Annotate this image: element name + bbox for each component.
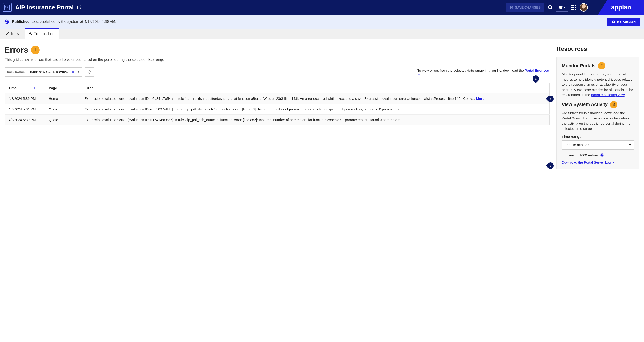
annotation-badge-1: 1 — [31, 46, 40, 54]
errors-table: Time ↓ Page Error 4/8/2024 5:39 PMHomeEx… — [4, 83, 550, 125]
tab-row: Build Troubleshoot — [0, 29, 644, 39]
brand-logo: appian — [598, 0, 644, 15]
app-title: AIP Insurance Portal — [15, 4, 74, 11]
table-row[interactable]: 4/8/2024 5:31 PMQuoteExpression evaluati… — [5, 104, 550, 115]
date-range-value: 04/01/2024 - 04/18/2024 — [28, 70, 70, 74]
date-range-label: DATE RANGE — [5, 68, 28, 76]
external-link-icon[interactable] — [77, 5, 82, 10]
system-activity-text: For further troubleshooting, download th… — [562, 111, 634, 131]
cell-time: 4/8/2024 5:39 PM — [5, 93, 45, 104]
time-range-value: Last 15 minutes — [565, 143, 589, 147]
errors-heading: Errors 1 — [4, 45, 550, 54]
tab-build[interactable]: Build — [2, 29, 23, 39]
cell-time: 4/8/2024 5:30 PM — [5, 115, 45, 125]
chevron-down-icon: ▾ — [629, 143, 631, 147]
publish-status-bar: Published. Last published by the system … — [0, 15, 644, 29]
download-icon — [612, 161, 615, 164]
republish-button[interactable]: REPUBLISH — [608, 18, 640, 26]
top-header: AIP Insurance Portal SAVE CHANGES ▾ appi… — [0, 0, 644, 15]
gear-icon — [559, 5, 563, 10]
avatar[interactable] — [580, 3, 588, 12]
clear-date-icon[interactable] — [70, 70, 76, 74]
limit-entries-label: Limit to 1000 entries — [567, 153, 598, 157]
svg-text:?: ? — [602, 154, 603, 156]
cell-page: Quote — [45, 115, 81, 125]
col-page[interactable]: Page — [45, 83, 81, 93]
refresh-button[interactable] — [85, 67, 94, 77]
download-icon[interactable] — [417, 72, 550, 76]
chevron-down-icon[interactable]: ▾ — [76, 70, 82, 74]
publish-status-text: Published. Last published by the system … — [12, 20, 116, 24]
svg-point-1 — [548, 6, 552, 9]
svg-line-0 — [79, 6, 81, 8]
cell-page: Home — [45, 93, 81, 104]
sort-desc-icon: ↓ — [34, 86, 36, 90]
search-icon[interactable] — [548, 5, 553, 10]
more-link[interactable]: More — [476, 97, 484, 101]
portal-monitoring-link[interactable]: portal monitoring view — [591, 93, 625, 97]
apps-grid-icon[interactable] — [571, 5, 576, 10]
annotation-badge-2: 2 — [598, 62, 605, 69]
portal-error-log-link[interactable]: Portal Error Log — [525, 69, 549, 72]
cell-error: Expression evaluation error [evaluation … — [81, 115, 550, 125]
save-changes-button[interactable]: SAVE CHANGES — [506, 3, 544, 12]
resources-heading: Resources — [556, 45, 640, 53]
table-row[interactable]: 4/8/2024 5:30 PMQuoteExpression evaluati… — [5, 115, 550, 125]
resources-card: Monitor Portals 2 Monitor portal latency… — [556, 57, 640, 169]
pencil-icon — [6, 32, 9, 35]
chevron-down-icon: ▾ — [564, 6, 566, 9]
time-range-select[interactable]: Last 15 minutes ▾ — [562, 140, 634, 150]
cell-time: 4/8/2024 5:31 PM — [5, 104, 45, 115]
table-row[interactable]: 4/8/2024 5:39 PMHomeExpression evaluatio… — [5, 93, 550, 104]
refresh-icon — [88, 70, 92, 74]
time-range-label: Time Range — [562, 135, 634, 139]
col-error[interactable]: Error — [81, 83, 550, 93]
error-log-hint: To view errors from the selected date ra… — [417, 69, 550, 76]
globe-icon — [4, 19, 9, 24]
cell-error: Expression evaluation error [evaluation … — [81, 93, 550, 104]
save-button-label: SAVE CHANGES — [515, 6, 540, 9]
cell-page: Quote — [45, 104, 81, 115]
date-range-picker[interactable]: DATE RANGE 04/01/2024 - 04/18/2024 ▾ — [4, 67, 82, 77]
tab-troubleshoot[interactable]: Troubleshoot — [25, 28, 59, 39]
errors-description: This grid contains errors that users hav… — [4, 58, 550, 62]
republish-label: REPUBLISH — [617, 20, 636, 24]
download-server-log-link[interactable]: Download the Portal Server Log — [562, 160, 615, 164]
monitor-portals-heading: Monitor Portals 2 — [562, 62, 634, 69]
limit-entries-checkbox[interactable] — [562, 153, 566, 157]
tab-build-label: Build — [11, 32, 19, 36]
tab-troubleshoot-label: Troubleshoot — [34, 32, 56, 36]
system-activity-heading: View System Activity 3 — [562, 101, 634, 108]
settings-menu-button[interactable]: ▾ — [556, 3, 568, 12]
help-icon[interactable]: ? — [600, 153, 604, 157]
cloud-upload-icon — [612, 20, 615, 24]
monitor-portals-text: Monitor portal latency, traffic, and err… — [562, 72, 634, 98]
app-icon — [3, 3, 12, 12]
svg-line-2 — [552, 9, 552, 10]
col-time[interactable]: Time ↓ — [5, 83, 45, 93]
wrench-icon — [29, 32, 32, 36]
cell-error: Expression evaluation error [evaluation … — [81, 104, 550, 115]
annotation-badge-3: 3 — [610, 101, 617, 108]
